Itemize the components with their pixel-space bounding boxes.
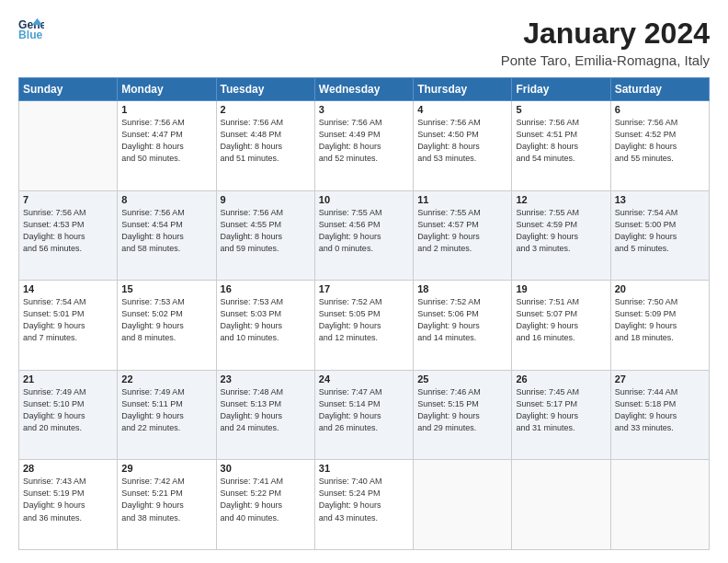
- day-info: Sunrise: 7:49 AM Sunset: 5:10 PM Dayligh…: [23, 386, 113, 434]
- svg-text:Blue: Blue: [18, 29, 43, 41]
- logo-icon: General Blue: [18, 17, 44, 42]
- day-number: 7: [23, 194, 113, 205]
- day-number: 2: [221, 104, 311, 115]
- table-row: 8Sunrise: 7:56 AM Sunset: 4:54 PM Daylig…: [118, 190, 216, 281]
- day-info: Sunrise: 7:49 AM Sunset: 5:11 PM Dayligh…: [121, 386, 211, 434]
- header-friday: Friday: [512, 78, 610, 101]
- day-number: 15: [121, 283, 211, 294]
- table-row: 1Sunrise: 7:56 AM Sunset: 4:47 PM Daylig…: [118, 101, 216, 191]
- table-row: 10Sunrise: 7:55 AM Sunset: 4:56 PM Dayli…: [314, 190, 413, 281]
- day-info: Sunrise: 7:52 AM Sunset: 5:05 PM Dayligh…: [319, 296, 409, 344]
- day-number: 13: [615, 194, 705, 205]
- day-number: 14: [23, 283, 113, 294]
- day-number: 4: [417, 104, 507, 115]
- main-title: January 2024: [501, 17, 710, 51]
- header-saturday: Saturday: [610, 78, 709, 101]
- day-info: Sunrise: 7:56 AM Sunset: 4:54 PM Dayligh…: [121, 207, 211, 255]
- table-row: 23Sunrise: 7:48 AM Sunset: 5:13 PM Dayli…: [216, 370, 314, 460]
- day-info: Sunrise: 7:56 AM Sunset: 4:50 PM Dayligh…: [417, 117, 507, 165]
- table-row: 7Sunrise: 7:56 AM Sunset: 4:53 PM Daylig…: [19, 190, 118, 281]
- day-number: 20: [615, 283, 705, 294]
- header: General Blue January 2024 Ponte Taro, Em…: [18, 17, 710, 68]
- table-row: 15Sunrise: 7:53 AM Sunset: 5:02 PM Dayli…: [118, 281, 216, 371]
- table-row: 4Sunrise: 7:56 AM Sunset: 4:50 PM Daylig…: [414, 101, 512, 191]
- table-row: 14Sunrise: 7:54 AM Sunset: 5:01 PM Dayli…: [19, 281, 118, 371]
- day-number: 5: [516, 104, 606, 115]
- day-info: Sunrise: 7:51 AM Sunset: 5:07 PM Dayligh…: [516, 296, 606, 344]
- day-info: Sunrise: 7:54 AM Sunset: 5:00 PM Dayligh…: [615, 207, 705, 255]
- table-row: 21Sunrise: 7:49 AM Sunset: 5:10 PM Dayli…: [19, 370, 118, 460]
- day-number: 21: [23, 373, 113, 385]
- day-info: Sunrise: 7:53 AM Sunset: 5:02 PM Dayligh…: [121, 296, 211, 344]
- day-info: Sunrise: 7:50 AM Sunset: 5:09 PM Dayligh…: [615, 296, 705, 344]
- day-number: 28: [23, 463, 113, 474]
- table-row: 17Sunrise: 7:52 AM Sunset: 5:05 PM Dayli…: [314, 281, 413, 371]
- table-row: 20Sunrise: 7:50 AM Sunset: 5:09 PM Dayli…: [610, 281, 709, 371]
- day-number: 31: [319, 463, 409, 474]
- day-info: Sunrise: 7:46 AM Sunset: 5:15 PM Dayligh…: [417, 386, 507, 434]
- day-info: Sunrise: 7:43 AM Sunset: 5:19 PM Dayligh…: [23, 476, 113, 523]
- table-row: 18Sunrise: 7:52 AM Sunset: 5:06 PM Dayli…: [414, 281, 512, 371]
- day-number: 16: [221, 283, 311, 294]
- table-row: [610, 460, 709, 550]
- logo: General Blue: [18, 17, 44, 42]
- day-number: 8: [121, 194, 211, 205]
- calendar-week-row: 21Sunrise: 7:49 AM Sunset: 5:10 PM Dayli…: [19, 370, 710, 460]
- header-monday: Monday: [118, 78, 216, 101]
- header-wednesday: Wednesday: [314, 78, 413, 101]
- day-number: 18: [417, 283, 507, 294]
- day-info: Sunrise: 7:56 AM Sunset: 4:52 PM Dayligh…: [615, 117, 705, 165]
- table-row: 22Sunrise: 7:49 AM Sunset: 5:11 PM Dayli…: [118, 370, 216, 460]
- table-row: 2Sunrise: 7:56 AM Sunset: 4:48 PM Daylig…: [216, 101, 314, 191]
- day-info: Sunrise: 7:41 AM Sunset: 5:22 PM Dayligh…: [221, 476, 311, 523]
- calendar-table: Sunday Monday Tuesday Wednesday Thursday…: [18, 77, 710, 550]
- calendar-week-row: 14Sunrise: 7:54 AM Sunset: 5:01 PM Dayli…: [19, 281, 710, 371]
- day-info: Sunrise: 7:44 AM Sunset: 5:18 PM Dayligh…: [615, 386, 705, 434]
- table-row: 26Sunrise: 7:45 AM Sunset: 5:17 PM Dayli…: [512, 370, 610, 460]
- day-number: 3: [319, 104, 409, 115]
- table-row: [512, 460, 610, 550]
- table-row: 13Sunrise: 7:54 AM Sunset: 5:00 PM Dayli…: [610, 190, 709, 281]
- day-number: 26: [516, 373, 606, 385]
- table-row: [19, 101, 118, 191]
- day-info: Sunrise: 7:54 AM Sunset: 5:01 PM Dayligh…: [23, 296, 113, 344]
- subtitle: Ponte Taro, Emilia-Romagna, Italy: [501, 52, 710, 68]
- header-thursday: Thursday: [414, 78, 512, 101]
- table-row: 31Sunrise: 7:40 AM Sunset: 5:24 PM Dayli…: [314, 460, 413, 550]
- day-number: 27: [615, 373, 705, 385]
- table-row: 12Sunrise: 7:55 AM Sunset: 4:59 PM Dayli…: [512, 190, 610, 281]
- calendar-week-row: 7Sunrise: 7:56 AM Sunset: 4:53 PM Daylig…: [19, 190, 710, 281]
- table-row: 9Sunrise: 7:56 AM Sunset: 4:55 PM Daylig…: [216, 190, 314, 281]
- day-number: 10: [319, 194, 409, 205]
- day-number: 25: [417, 373, 507, 385]
- day-number: 30: [221, 463, 311, 474]
- table-row: 19Sunrise: 7:51 AM Sunset: 5:07 PM Dayli…: [512, 281, 610, 371]
- day-info: Sunrise: 7:53 AM Sunset: 5:03 PM Dayligh…: [221, 296, 311, 344]
- day-info: Sunrise: 7:56 AM Sunset: 4:55 PM Dayligh…: [221, 207, 311, 255]
- header-sunday: Sunday: [19, 78, 118, 101]
- table-row: 16Sunrise: 7:53 AM Sunset: 5:03 PM Dayli…: [216, 281, 314, 371]
- day-number: 12: [516, 194, 606, 205]
- day-number: 19: [516, 283, 606, 294]
- page: General Blue January 2024 Ponte Taro, Em…: [0, 0, 728, 563]
- day-info: Sunrise: 7:56 AM Sunset: 4:53 PM Dayligh…: [23, 207, 113, 255]
- table-row: 29Sunrise: 7:42 AM Sunset: 5:21 PM Dayli…: [118, 460, 216, 550]
- day-info: Sunrise: 7:56 AM Sunset: 4:51 PM Dayligh…: [516, 117, 606, 165]
- calendar-week-row: 28Sunrise: 7:43 AM Sunset: 5:19 PM Dayli…: [19, 460, 710, 550]
- day-number: 17: [319, 283, 409, 294]
- day-number: 24: [319, 373, 409, 385]
- table-row: [414, 460, 512, 550]
- table-row: 6Sunrise: 7:56 AM Sunset: 4:52 PM Daylig…: [610, 101, 709, 191]
- weekday-header-row: Sunday Monday Tuesday Wednesday Thursday…: [19, 78, 710, 101]
- day-number: 9: [221, 194, 311, 205]
- day-info: Sunrise: 7:47 AM Sunset: 5:14 PM Dayligh…: [319, 386, 409, 434]
- day-info: Sunrise: 7:40 AM Sunset: 5:24 PM Dayligh…: [319, 476, 409, 523]
- day-info: Sunrise: 7:56 AM Sunset: 4:49 PM Dayligh…: [319, 117, 409, 165]
- table-row: 25Sunrise: 7:46 AM Sunset: 5:15 PM Dayli…: [414, 370, 512, 460]
- day-info: Sunrise: 7:55 AM Sunset: 4:56 PM Dayligh…: [319, 207, 409, 255]
- day-number: 29: [121, 463, 211, 474]
- day-number: 22: [121, 373, 211, 385]
- day-number: 6: [615, 104, 705, 115]
- table-row: 27Sunrise: 7:44 AM Sunset: 5:18 PM Dayli…: [610, 370, 709, 460]
- table-row: 30Sunrise: 7:41 AM Sunset: 5:22 PM Dayli…: [216, 460, 314, 550]
